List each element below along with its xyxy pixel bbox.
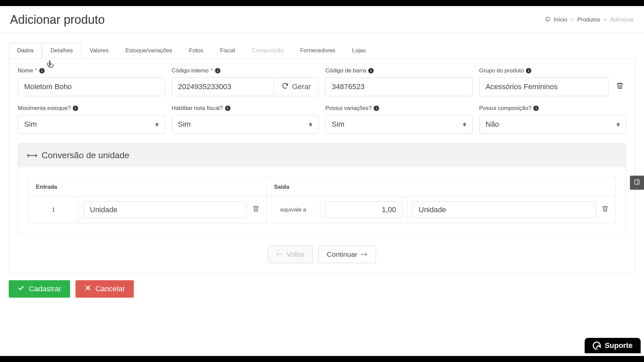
- clear-grupo-button[interactable]: [613, 80, 626, 93]
- label-grupo-produto: Grupo do produto: [479, 67, 524, 74]
- section-title: Conversão de unidade: [42, 150, 129, 161]
- arrow-right-icon: 🡒: [361, 250, 368, 258]
- info-icon[interactable]: i: [533, 106, 539, 111]
- dashboard-icon: [545, 16, 550, 23]
- tab-estoque[interactable]: Estoque/variações: [117, 43, 181, 58]
- codigo-barra-input[interactable]: [325, 77, 473, 96]
- info-icon[interactable]: i: [526, 68, 531, 73]
- movimenta-estoque-select[interactable]: Sim: [18, 115, 165, 134]
- info-icon[interactable]: i: [39, 68, 45, 73]
- tab-lojas[interactable]: Lojas: [344, 43, 374, 58]
- svg-rect-1: [635, 180, 639, 184]
- qty-in: 1: [29, 197, 79, 223]
- label-habilitar-nota: Habilitar nota fiscal?: [172, 105, 223, 112]
- refresh-icon: [281, 82, 289, 92]
- qty-out-input[interactable]: [325, 201, 402, 218]
- arrow-left-icon: 🡐: [276, 250, 283, 258]
- tab-dados[interactable]: Dados: [9, 43, 42, 58]
- unit-conversion-section: ⟷ Conversão de unidade Entrada Saída: [18, 143, 626, 234]
- trash-icon: [616, 82, 624, 92]
- tab-fornecedores[interactable]: Fornecedores: [292, 43, 344, 58]
- info-icon[interactable]: i: [374, 106, 379, 111]
- cancelar-button[interactable]: Cancelar: [75, 280, 134, 298]
- support-widget[interactable]: Suporte: [585, 338, 641, 353]
- codigo-interno-input[interactable]: [172, 77, 274, 96]
- close-icon: [84, 284, 92, 294]
- tab-detalhes[interactable]: Detalhes: [42, 43, 81, 58]
- possui-variacoes-select[interactable]: Sim: [325, 115, 473, 134]
- label-possui-composicao: Possui composição?: [479, 105, 532, 112]
- table-row: 1: [29, 197, 616, 223]
- info-icon[interactable]: i: [368, 68, 374, 73]
- clear-unit-out-button[interactable]: [599, 205, 611, 215]
- tab-valores[interactable]: Valores: [81, 43, 117, 58]
- arrows-horizontal-icon: ⟷: [27, 151, 38, 160]
- col-entrada: Entrada: [29, 178, 267, 197]
- chat-icon: [593, 342, 601, 350]
- nome-input[interactable]: [18, 77, 165, 96]
- habilitar-nota-select[interactable]: Sim: [172, 115, 319, 134]
- tab-bar: Dados Detalhes Valores Estoque/variações…: [9, 43, 635, 58]
- label-codigo-barra: Código de barra: [325, 67, 366, 74]
- info-icon[interactable]: i: [215, 68, 220, 73]
- possui-composicao-select[interactable]: Não: [479, 115, 627, 134]
- info-icon[interactable]: i: [73, 106, 78, 111]
- unit-out-input[interactable]: [412, 201, 596, 218]
- gerar-button[interactable]: Gerar: [274, 77, 319, 96]
- breadcrumb-current: Adicionar: [610, 16, 634, 23]
- breadcrumb-products[interactable]: Produtos: [577, 16, 600, 23]
- tab-fiscal[interactable]: Fiscal: [212, 43, 243, 58]
- col-saida: Saída: [267, 178, 616, 197]
- panel-icon: [634, 179, 640, 187]
- grupo-produto-input[interactable]: [479, 77, 609, 96]
- clear-unit-in-button[interactable]: [250, 205, 262, 215]
- breadcrumb: Início > Produtos > Adicionar: [545, 16, 634, 23]
- label-possui-variacoes: Possui variações?: [325, 105, 372, 112]
- breadcrumb-home[interactable]: Início: [554, 16, 568, 23]
- tab-fotos[interactable]: Fotos: [181, 43, 212, 58]
- info-icon[interactable]: i: [225, 106, 230, 111]
- voltar-button: 🡐 Voltar: [268, 246, 313, 263]
- continuar-button[interactable]: Continuar 🡒: [318, 246, 376, 263]
- label-movimenta-estoque: Movimenta estoque?: [18, 105, 71, 112]
- cadastrar-button[interactable]: Cadastrar: [9, 280, 70, 298]
- tab-composicao: Composição: [243, 43, 292, 58]
- svg-point-0: [546, 17, 550, 21]
- equiv-label: equivale a: [267, 197, 320, 223]
- page-title: Adicionar produto: [10, 13, 105, 27]
- label-codigo-interno: Código interno: [172, 67, 209, 74]
- side-panel-toggle[interactable]: [630, 176, 644, 190]
- check-icon: [17, 284, 25, 294]
- label-nome: Nome: [18, 67, 33, 74]
- unit-in-input[interactable]: [84, 201, 247, 218]
